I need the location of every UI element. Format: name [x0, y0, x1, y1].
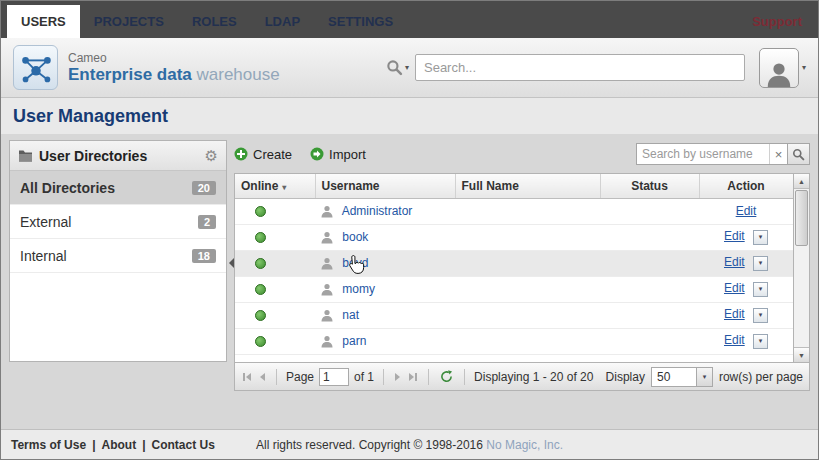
footer-link-about[interactable]: About [102, 438, 137, 452]
sidebar-item-label: External [20, 214, 71, 230]
app-window: USERSPROJECTSROLESLDAPSETTINGS Support C… [0, 0, 819, 460]
column-header-status[interactable]: Status [600, 174, 699, 198]
sidebar-item-external[interactable]: External2 [10, 205, 226, 239]
footer-bar: All rights reserved. Copyright © 1998-20… [1, 429, 818, 459]
footer-separator: | [142, 438, 145, 452]
scrollbar-thumb[interactable] [795, 190, 808, 246]
cell-status [600, 224, 699, 250]
grid-wrap: Online▾UsernameFull NameStatusAction Adm… [234, 173, 810, 363]
scrollbar-track[interactable] [794, 189, 809, 347]
edit-dropdown-button[interactable]: ▾ [753, 256, 768, 271]
footer-link-contact-us[interactable]: Contact Us [152, 438, 215, 452]
nav-tab-roles[interactable]: ROLES [178, 5, 251, 38]
import-button[interactable]: Import [310, 147, 366, 162]
create-button[interactable]: Create [234, 147, 292, 162]
nav-tab-settings[interactable]: SETTINGS [314, 5, 407, 38]
footer-link-terms-of-use[interactable]: Terms of Use [11, 438, 86, 452]
sidebar-items: All Directories20External2Internal18 [10, 171, 226, 273]
column-header-label: Status [631, 179, 668, 193]
edit-link[interactable]: Edit [724, 229, 745, 243]
plus-circle-icon [234, 147, 248, 161]
username-search-box: × [636, 143, 810, 165]
table-row[interactable]: boyd Edit ▾ [235, 250, 793, 276]
column-header-action[interactable]: Action [699, 174, 793, 198]
sidebar-collapse-handle[interactable] [227, 246, 236, 280]
table-row[interactable]: Administrator Edit ▾ [235, 198, 793, 224]
user-menu[interactable]: ▾ [759, 48, 806, 88]
column-header-online[interactable]: Online▾ [235, 174, 315, 198]
edit-dropdown-button[interactable]: ▾ [753, 282, 768, 297]
refresh-button[interactable] [438, 368, 455, 385]
edit-link[interactable]: Edit [724, 307, 745, 321]
app-header: Cameo Enterprise data warehouse ▾ ▾ [1, 38, 818, 98]
table-header-row: Online▾UsernameFull NameStatusAction [235, 174, 793, 198]
edit-dropdown-button[interactable]: ▾ [753, 334, 768, 349]
cell-status [600, 250, 699, 276]
clear-search-button[interactable]: × [769, 144, 787, 164]
scroll-down-button[interactable]: ▼ [794, 347, 809, 362]
table-row[interactable]: book Edit ▾ [235, 224, 793, 250]
edit-link[interactable]: Edit [724, 281, 745, 295]
avatar[interactable] [759, 48, 799, 88]
column-header-full-name[interactable]: Full Name [455, 174, 600, 198]
next-page-button[interactable] [393, 371, 402, 383]
edit-link[interactable]: Edit [724, 255, 745, 269]
nav-tabs: USERSPROJECTSROLESLDAPSETTINGS [7, 1, 407, 38]
cell-status [600, 198, 699, 224]
edit-link[interactable]: Edit [736, 204, 757, 218]
column-header-username[interactable]: Username [315, 174, 455, 198]
gear-icon[interactable]: ⚙ [205, 148, 218, 163]
username-link[interactable]: boyd [342, 256, 368, 270]
footer-links: Terms of Use|About|Contact Us [11, 438, 215, 452]
vertical-scrollbar[interactable]: ▲ ▼ [794, 173, 810, 363]
cell-fullname [455, 198, 600, 224]
create-button-label: Create [253, 147, 292, 162]
count-badge: 20 [192, 181, 216, 195]
user-avatar-icon [765, 60, 793, 87]
nav-tab-users[interactable]: USERS [7, 5, 80, 38]
page-size-dropdown-icon[interactable]: ▾ [696, 368, 712, 386]
nav-tab-projects[interactable]: PROJECTS [80, 5, 178, 38]
sidebar-item-label: Internal [20, 248, 67, 264]
edit-link[interactable]: Edit [724, 333, 745, 347]
directory-icon [18, 149, 33, 162]
refresh-icon [440, 370, 453, 383]
sidebar-item-all-directories[interactable]: All Directories20 [10, 171, 226, 205]
search-button[interactable] [787, 144, 809, 164]
page-size-value: 50 [652, 368, 696, 386]
column-menu-icon[interactable]: ▾ [282, 183, 286, 192]
content-area: User Directories ⚙ All Directories20Exte… [1, 134, 818, 429]
username-link[interactable]: book [342, 230, 368, 244]
scroll-up-button[interactable]: ▲ [794, 174, 809, 189]
page-number-input[interactable] [319, 368, 349, 386]
sidebar-item-internal[interactable]: Internal18 [10, 239, 226, 273]
cell-fullname [455, 276, 600, 302]
import-button-label: Import [329, 147, 366, 162]
first-page-button[interactable] [241, 371, 253, 383]
nav-tab-ldap[interactable]: LDAP [251, 5, 314, 38]
table-row[interactable]: momy Edit ▾ [235, 276, 793, 302]
page-title-bar: User Management [1, 98, 818, 134]
support-link[interactable]: Support [752, 14, 818, 38]
global-search-input[interactable] [415, 54, 745, 81]
grid-toolbar: Create Import × [234, 141, 810, 167]
username-search-input[interactable] [637, 144, 769, 164]
last-page-button[interactable] [407, 371, 419, 383]
count-badge: 18 [192, 249, 216, 263]
brand-line2: Enterprise data warehouse [68, 65, 280, 84]
previous-page-button[interactable] [258, 371, 267, 383]
page-size-select[interactable]: 50 ▾ [651, 367, 713, 387]
username-link[interactable]: Administrator [342, 204, 413, 218]
username-link[interactable]: nat [342, 308, 359, 322]
table-row[interactable]: nat Edit ▾ [235, 302, 793, 328]
edit-dropdown-button[interactable]: ▾ [753, 230, 768, 245]
table-row[interactable]: parn Edit ▾ [235, 328, 793, 354]
username-link[interactable]: parn [342, 334, 366, 348]
search-scope-button[interactable]: ▾ [386, 59, 409, 76]
edit-dropdown-button[interactable]: ▾ [753, 308, 768, 323]
chevron-down-icon: ▾ [405, 63, 409, 72]
global-search-area: ▾ [386, 54, 745, 81]
copyright-main: All rights reserved. Copyright © 1998-20… [256, 438, 486, 452]
username-link[interactable]: momy [342, 282, 375, 296]
cell-status [600, 328, 699, 354]
